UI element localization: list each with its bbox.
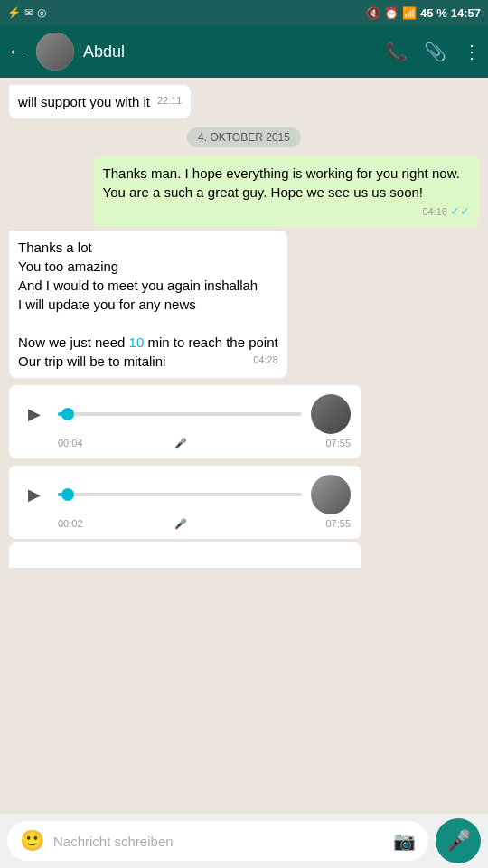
message-input-box[interactable]: 🙂 Nachricht schreiben 📷 (7, 821, 428, 861)
play-button-1[interactable]: ▶ (20, 400, 49, 429)
partial-message (9, 542, 361, 568)
target-icon: ◎ (37, 6, 46, 19)
input-bar: 🙂 Nachricht schreiben 📷 🎤 (0, 814, 488, 868)
prev-message-time: 22:11 (157, 94, 183, 108)
voice-message-2: ▶ 00:02 🎤 07:55 (9, 466, 361, 539)
date-separator: 4. OKTOBER 2015 (187, 127, 301, 147)
outgoing-message-text: Thanks man. I hope everything is working… (103, 165, 460, 200)
voice-elapsed-1: 00:04 (58, 438, 83, 449)
highlight-number: 10 (129, 335, 145, 350)
voice-mic-icon-2: 🎤 (174, 518, 187, 530)
incoming-text-line5: Now we just need 10 min to reach the poi… (18, 335, 278, 350)
usb-icon: ⚡ (7, 6, 21, 19)
voice-avatar-1 (311, 394, 351, 434)
outgoing-message-time: 04:16 ✓✓ (422, 203, 470, 220)
incoming-text-line3: And I would to meet you again inshallah (18, 278, 258, 293)
voice-total-1: 07:55 (325, 438, 351, 449)
header-action-icons: 📞 📎 ⋮ (385, 41, 481, 62)
outgoing-message: Thanks man. I hope everything is working… (94, 156, 479, 227)
incoming-message-time: 04:28 (253, 354, 278, 367)
mute-icon: 🔇 (366, 6, 380, 20)
waveform-1 (58, 412, 302, 416)
status-bar: ⚡ ✉ ◎ 🔇 ⏰ 📶 45 % 14:57 (0, 0, 488, 25)
voice-avatar-2 (311, 475, 351, 514)
voice-elapsed-2: 00:02 (58, 518, 83, 530)
attach-icon[interactable]: 📎 (424, 41, 446, 62)
prev-message-text: will support you with it (18, 94, 150, 109)
voice-times-1: 00:04 🎤 07:55 (20, 438, 351, 449)
message-ticks: ✓✓ (450, 204, 470, 218)
incoming-text-line2: You too amazing (18, 259, 118, 274)
time-label: 14:57 (451, 6, 481, 20)
voice-total-2: 07:55 (325, 518, 351, 530)
call-icon[interactable]: 📞 (385, 41, 408, 62)
mic-button[interactable]: 🎤 (436, 818, 481, 863)
incoming-message: Thanks a lot You too amazing And I would… (9, 231, 287, 378)
menu-icon[interactable]: ⋮ (463, 41, 481, 62)
camera-icon[interactable]: 📷 (393, 830, 416, 852)
alarm-icon: ⏰ (384, 6, 399, 20)
contact-name[interactable]: Abdul (83, 42, 376, 61)
avatar[interactable] (36, 33, 74, 71)
waveform-2 (58, 493, 302, 496)
voice-mic-icon-1: 🎤 (174, 438, 187, 449)
chat-header: ← Abdul 📞 📎 ⋮ (0, 25, 488, 78)
incoming-text-line6: Our trip will be to mitalini (18, 354, 165, 369)
incoming-text-line4: I will update you for any news (18, 297, 196, 312)
battery-label: 45 % (420, 6, 447, 20)
chat-area: will support you with it 22:11 4. OKTOBE… (0, 78, 488, 814)
message-input[interactable]: Nachricht schreiben (53, 834, 384, 849)
play-button-2[interactable]: ▶ (20, 480, 49, 509)
back-button[interactable]: ← (7, 40, 27, 63)
signal-icon: 📶 (402, 6, 417, 20)
voice-message-1: ▶ 00:04 🎤 07:55 (9, 385, 361, 458)
email-icon: ✉ (24, 6, 33, 19)
emoji-icon[interactable]: 🙂 (20, 829, 44, 853)
voice-times-2: 00:02 🎤 07:55 (20, 518, 351, 530)
incoming-text-line1: Thanks a lot (18, 240, 92, 255)
status-icons-left: ⚡ ✉ ◎ (7, 6, 46, 19)
prev-message: will support you with it 22:11 (9, 85, 191, 118)
status-icons-right: 🔇 ⏰ 📶 45 % 14:57 (366, 6, 481, 20)
